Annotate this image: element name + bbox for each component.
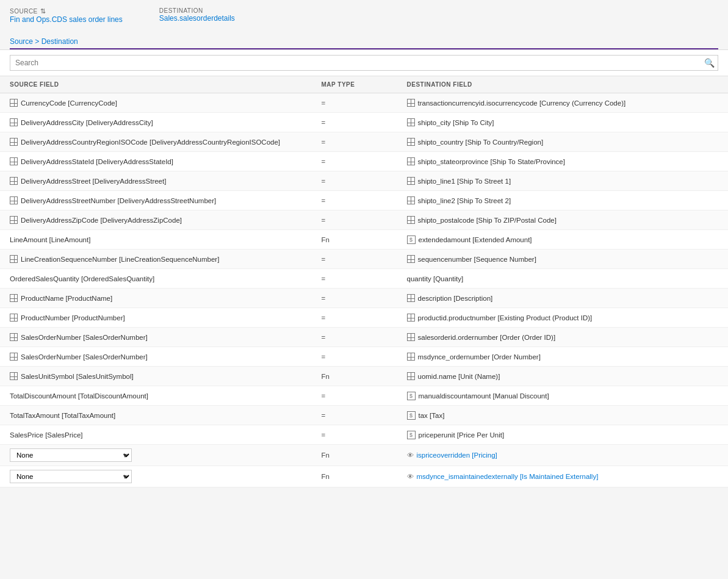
grid-icon [407,314,415,322]
source-cell-10: OrderedSalesQuantity [OrderedSalesQuanti… [10,275,322,282]
dest-text: shipto_country [Ship To Country/Region] [418,138,544,146]
dest-text: shipto_stateorprovince [Ship To State/Pr… [418,158,565,165]
table-row: DeliveryAddressCountryRegionISOCode [Del… [0,132,728,152]
source-value[interactable]: Fin and Ops.CDS sales order lines [10,15,123,24]
map-type-cell-18: = [322,431,407,439]
source-text: DeliveryAddressZipCode [DeliveryAddressZ… [21,217,182,224]
map-type-cell-2: = [322,119,407,126]
source-text: DeliveryAddressStateId [DeliveryAddressS… [21,158,173,165]
map-type-value: = [322,256,326,263]
grid-icon [407,118,415,126]
source-text: OrderedSalesQuantity [OrderedSalesQuanti… [10,275,154,282]
source-cell-3: DeliveryAddressCountryRegionISOCode [Del… [10,138,322,146]
map-type-value: = [322,392,326,400]
dest-text: extendedamount [Extended Amount] [419,236,532,243]
source-text: SalesPrice [SalesPrice] [10,431,83,439]
dest-cell-6: shipto_line2 [Ship To Street 2] [407,196,719,204]
map-type-value: = [322,314,326,322]
search-button[interactable]: 🔍 [704,58,715,68]
source-dropdown-19[interactable]: NoneCurrencyCodeDeliveryAddressCityProdu… [10,448,132,462]
map-type-cell-12: = [322,314,407,322]
source-dropdown-20[interactable]: NoneCurrencyCodeDeliveryAddressCityProdu… [10,470,132,483]
source-cell-18: SalesPrice [SalesPrice] [10,431,322,439]
dest-text: ispriceoverridden [Pricing] [417,451,497,459]
source-text: DeliveryAddressCity [DeliveryAddressCity… [21,119,153,126]
dest-text: description [Description] [418,295,493,302]
calc-icon: $ [407,411,416,420]
map-type-cell-19: Fn [322,451,407,459]
grid-icon [10,138,18,146]
grid-icon [407,255,415,263]
dest-cell-18: $ priceperunit [Price Per Unit] [407,431,719,439]
map-type-value: = [322,275,326,282]
source-text: LineAmount [LineAmount] [10,236,90,243]
source-cell-1: CurrencyCode [CurrencyCode] [10,99,322,107]
source-cell-4: DeliveryAddressStateId [DeliveryAddressS… [10,157,322,165]
breadcrumb[interactable]: Source > Destination [10,34,718,49]
eye-icon: 👁 [407,451,414,459]
calc-icon: $ [407,236,416,244]
destination-value[interactable]: Sales.salesorderdetails [159,14,235,23]
grid-icon [407,372,415,380]
source-text: SalesUnitSymbol [SalesUnitSymbol] [21,373,134,380]
source-cell-5: DeliveryAddressStreet [DeliveryAddressSt… [10,177,322,185]
map-type-cell-13: = [322,334,407,341]
table-row: DeliveryAddressStreetNumber [DeliveryAdd… [0,191,728,210]
source-text: TotalDiscountAmount [TotalDiscountAmount… [10,392,148,400]
source-cell-15: SalesUnitSymbol [SalesUnitSymbol] [10,372,322,380]
table-row: OrderedSalesQuantity [OrderedSalesQuanti… [0,269,728,289]
table-row: DeliveryAddressCity [DeliveryAddressCity… [0,113,728,132]
col-map-type: MAP TYPE [322,81,407,88]
table-body: CurrencyCode [CurrencyCode] = transactio… [0,93,728,487]
table-row: SalesUnitSymbol [SalesUnitSymbol] Fn uom… [0,367,728,386]
map-type-value: = [322,217,326,224]
map-type-value: Fn [322,473,330,480]
source-label-text: SOURCE [10,8,38,15]
dest-text: uomid.name [Unit (Name)] [418,373,500,380]
search-input[interactable] [10,55,718,71]
source-text: SalesOrderNumber [SalesOrderNumber] [21,353,148,361]
dest-text: shipto_line1 [Ship To Street 1] [418,178,511,185]
source-cell-9: LineCreationSequenceNumber [LineCreation… [10,255,322,263]
grid-icon [407,177,415,185]
dest-text: tax [Tax] [419,412,445,419]
dest-cell-8: $ extendedamount [Extended Amount] [407,236,719,244]
source-cell-20: NoneCurrencyCodeDeliveryAddressCityProdu… [10,470,322,483]
source-cell-8: LineAmount [LineAmount] [10,236,322,243]
source-cell-16: TotalDiscountAmount [TotalDiscountAmount… [10,392,322,400]
dest-cell-12: productid.productnumber [Existing Produc… [407,314,719,322]
dest-cell-14: msdynce_ordernumber [Order Number] [407,353,719,361]
table-row: CurrencyCode [CurrencyCode] = transactio… [0,93,728,113]
dest-cell-16: $ manualdiscountamount [Manual Discount] [407,392,719,400]
map-type-cell-11: = [322,295,407,302]
dest-text: manualdiscountamount [Manual Discount] [419,392,549,400]
dest-text: sequencenumber [Sequence Number] [418,256,536,263]
map-type-value: = [322,431,326,439]
source-col: SOURCE ⇅ Fin and Ops.CDS sales order lin… [10,7,123,24]
source-text: LineCreationSequenceNumber [LineCreation… [21,256,219,263]
dest-cell-20: 👁 msdynce_ismaintainedexternally [Is Mai… [407,473,719,480]
table-row: DeliveryAddressStreet [DeliveryAddressSt… [0,171,728,191]
calc-icon: $ [407,392,416,400]
source-cell-19: NoneCurrencyCodeDeliveryAddressCityProdu… [10,448,322,462]
dest-text: shipto_postalcode [Ship To ZIP/Postal Co… [418,217,557,224]
destination-col: DESTINATION Sales.salesorderdetails [159,7,235,24]
source-text: DeliveryAddressCountryRegionISOCode [Del… [21,138,280,146]
dest-text: shipto_city [Ship To City] [418,119,494,126]
source-cell-6: DeliveryAddressStreetNumber [DeliveryAdd… [10,196,322,204]
dest-cell-5: shipto_line1 [Ship To Street 1] [407,177,719,185]
table-row: SalesOrderNumber [SalesOrderNumber] = ms… [0,347,728,367]
grid-icon [10,216,18,224]
grid-icon [10,118,18,126]
table-row: LineAmount [LineAmount] Fn $ extendedamo… [0,230,728,250]
table-row: TotalTaxAmount [TotalTaxAmount] = $ tax … [0,406,728,425]
map-type-cell-20: Fn [322,473,407,480]
dest-text: msdynce_ismaintainedexternally [Is Maint… [417,473,599,480]
grid-icon [407,196,415,204]
dest-cell-17: $ tax [Tax] [407,411,719,420]
header-row: SOURCE ⇅ Fin and Ops.CDS sales order lin… [10,7,718,24]
dest-cell-1: transactioncurrencyid.isocurrencycode [C… [407,99,719,107]
map-type-value: = [322,178,326,185]
grid-icon [10,314,18,322]
grid-icon [10,294,18,302]
